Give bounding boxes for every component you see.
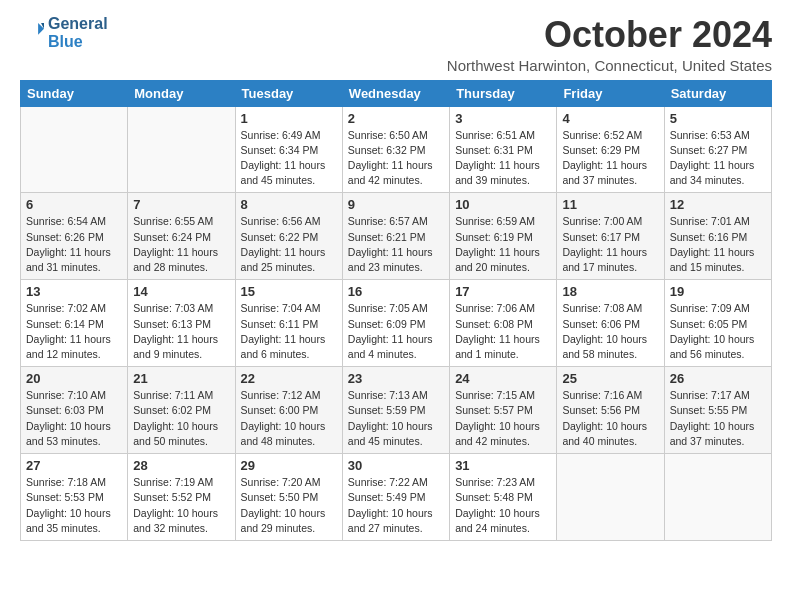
calendar-cell: 18Sunrise: 7:08 AMSunset: 6:06 PMDayligh… [557,280,664,367]
calendar-cell: 21Sunrise: 7:11 AMSunset: 6:02 PMDayligh… [128,367,235,454]
calendar-body: 1Sunrise: 6:49 AMSunset: 6:34 PMDaylight… [21,106,772,540]
day-number: 11 [562,197,658,212]
week-row-3: 13Sunrise: 7:02 AMSunset: 6:14 PMDayligh… [21,280,772,367]
header: General Blue October 2024 Northwest Harw… [20,15,772,74]
day-info: Sunrise: 7:23 AMSunset: 5:48 PMDaylight:… [455,475,551,536]
calendar-table: SundayMondayTuesdayWednesdayThursdayFrid… [20,80,772,541]
day-number: 7 [133,197,229,212]
day-info: Sunrise: 7:22 AMSunset: 5:49 PMDaylight:… [348,475,444,536]
weekday-wednesday: Wednesday [342,80,449,106]
day-number: 15 [241,284,337,299]
calendar-cell: 26Sunrise: 7:17 AMSunset: 5:55 PMDayligh… [664,367,771,454]
calendar-cell: 22Sunrise: 7:12 AMSunset: 6:00 PMDayligh… [235,367,342,454]
day-info: Sunrise: 7:08 AMSunset: 6:06 PMDaylight:… [562,301,658,362]
calendar-cell: 3Sunrise: 6:51 AMSunset: 6:31 PMDaylight… [450,106,557,193]
calendar-cell: 8Sunrise: 6:56 AMSunset: 6:22 PMDaylight… [235,193,342,280]
calendar-cell: 17Sunrise: 7:06 AMSunset: 6:08 PMDayligh… [450,280,557,367]
calendar-cell [128,106,235,193]
day-number: 5 [670,111,766,126]
day-info: Sunrise: 7:01 AMSunset: 6:16 PMDaylight:… [670,214,766,275]
week-row-5: 27Sunrise: 7:18 AMSunset: 5:53 PMDayligh… [21,454,772,541]
day-info: Sunrise: 7:03 AMSunset: 6:13 PMDaylight:… [133,301,229,362]
location: Northwest Harwinton, Connecticut, United… [447,57,772,74]
day-number: 19 [670,284,766,299]
day-info: Sunrise: 6:54 AMSunset: 6:26 PMDaylight:… [26,214,122,275]
week-row-2: 6Sunrise: 6:54 AMSunset: 6:26 PMDaylight… [21,193,772,280]
day-number: 22 [241,371,337,386]
day-info: Sunrise: 7:11 AMSunset: 6:02 PMDaylight:… [133,388,229,449]
weekday-saturday: Saturday [664,80,771,106]
calendar-cell: 28Sunrise: 7:19 AMSunset: 5:52 PMDayligh… [128,454,235,541]
day-number: 31 [455,458,551,473]
calendar-cell: 13Sunrise: 7:02 AMSunset: 6:14 PMDayligh… [21,280,128,367]
day-number: 6 [26,197,122,212]
calendar-cell: 30Sunrise: 7:22 AMSunset: 5:49 PMDayligh… [342,454,449,541]
calendar-cell: 11Sunrise: 7:00 AMSunset: 6:17 PMDayligh… [557,193,664,280]
calendar-cell [557,454,664,541]
calendar-cell: 10Sunrise: 6:59 AMSunset: 6:19 PMDayligh… [450,193,557,280]
logo-icon [22,20,44,42]
week-row-4: 20Sunrise: 7:10 AMSunset: 6:03 PMDayligh… [21,367,772,454]
calendar-cell: 31Sunrise: 7:23 AMSunset: 5:48 PMDayligh… [450,454,557,541]
day-info: Sunrise: 7:17 AMSunset: 5:55 PMDaylight:… [670,388,766,449]
weekday-thursday: Thursday [450,80,557,106]
day-number: 23 [348,371,444,386]
day-number: 26 [670,371,766,386]
day-info: Sunrise: 7:13 AMSunset: 5:59 PMDaylight:… [348,388,444,449]
calendar-cell: 23Sunrise: 7:13 AMSunset: 5:59 PMDayligh… [342,367,449,454]
calendar-cell: 4Sunrise: 6:52 AMSunset: 6:29 PMDaylight… [557,106,664,193]
day-info: Sunrise: 6:53 AMSunset: 6:27 PMDaylight:… [670,128,766,189]
day-info: Sunrise: 7:00 AMSunset: 6:17 PMDaylight:… [562,214,658,275]
calendar-cell: 14Sunrise: 7:03 AMSunset: 6:13 PMDayligh… [128,280,235,367]
weekday-monday: Monday [128,80,235,106]
logo-general: General [48,15,108,33]
logo: General Blue [20,15,108,52]
calendar-cell: 12Sunrise: 7:01 AMSunset: 6:16 PMDayligh… [664,193,771,280]
day-number: 8 [241,197,337,212]
day-number: 27 [26,458,122,473]
day-number: 20 [26,371,122,386]
day-info: Sunrise: 6:57 AMSunset: 6:21 PMDaylight:… [348,214,444,275]
day-number: 16 [348,284,444,299]
calendar-header: SundayMondayTuesdayWednesdayThursdayFrid… [21,80,772,106]
week-row-1: 1Sunrise: 6:49 AMSunset: 6:34 PMDaylight… [21,106,772,193]
day-info: Sunrise: 7:19 AMSunset: 5:52 PMDaylight:… [133,475,229,536]
weekday-sunday: Sunday [21,80,128,106]
calendar-cell: 9Sunrise: 6:57 AMSunset: 6:21 PMDaylight… [342,193,449,280]
month-title: October 2024 [447,15,772,55]
day-info: Sunrise: 6:51 AMSunset: 6:31 PMDaylight:… [455,128,551,189]
weekday-tuesday: Tuesday [235,80,342,106]
day-number: 25 [562,371,658,386]
calendar-cell: 1Sunrise: 6:49 AMSunset: 6:34 PMDaylight… [235,106,342,193]
day-info: Sunrise: 6:59 AMSunset: 6:19 PMDaylight:… [455,214,551,275]
day-number: 30 [348,458,444,473]
calendar-cell: 7Sunrise: 6:55 AMSunset: 6:24 PMDaylight… [128,193,235,280]
calendar-cell: 5Sunrise: 6:53 AMSunset: 6:27 PMDaylight… [664,106,771,193]
calendar-cell [21,106,128,193]
day-number: 10 [455,197,551,212]
day-info: Sunrise: 6:50 AMSunset: 6:32 PMDaylight:… [348,128,444,189]
calendar-cell: 6Sunrise: 6:54 AMSunset: 6:26 PMDaylight… [21,193,128,280]
calendar-cell: 2Sunrise: 6:50 AMSunset: 6:32 PMDaylight… [342,106,449,193]
title-area: October 2024 Northwest Harwinton, Connec… [447,15,772,74]
page: General Blue October 2024 Northwest Harw… [0,0,792,561]
weekday-friday: Friday [557,80,664,106]
calendar-cell [664,454,771,541]
day-number: 14 [133,284,229,299]
day-number: 3 [455,111,551,126]
day-info: Sunrise: 6:52 AMSunset: 6:29 PMDaylight:… [562,128,658,189]
day-number: 1 [241,111,337,126]
day-info: Sunrise: 7:18 AMSunset: 5:53 PMDaylight:… [26,475,122,536]
day-info: Sunrise: 7:20 AMSunset: 5:50 PMDaylight:… [241,475,337,536]
day-number: 2 [348,111,444,126]
calendar-cell: 25Sunrise: 7:16 AMSunset: 5:56 PMDayligh… [557,367,664,454]
day-info: Sunrise: 7:02 AMSunset: 6:14 PMDaylight:… [26,301,122,362]
day-number: 12 [670,197,766,212]
day-number: 28 [133,458,229,473]
weekday-header-row: SundayMondayTuesdayWednesdayThursdayFrid… [21,80,772,106]
calendar-cell: 19Sunrise: 7:09 AMSunset: 6:05 PMDayligh… [664,280,771,367]
day-info: Sunrise: 7:06 AMSunset: 6:08 PMDaylight:… [455,301,551,362]
day-number: 4 [562,111,658,126]
day-info: Sunrise: 7:05 AMSunset: 6:09 PMDaylight:… [348,301,444,362]
day-info: Sunrise: 7:04 AMSunset: 6:11 PMDaylight:… [241,301,337,362]
